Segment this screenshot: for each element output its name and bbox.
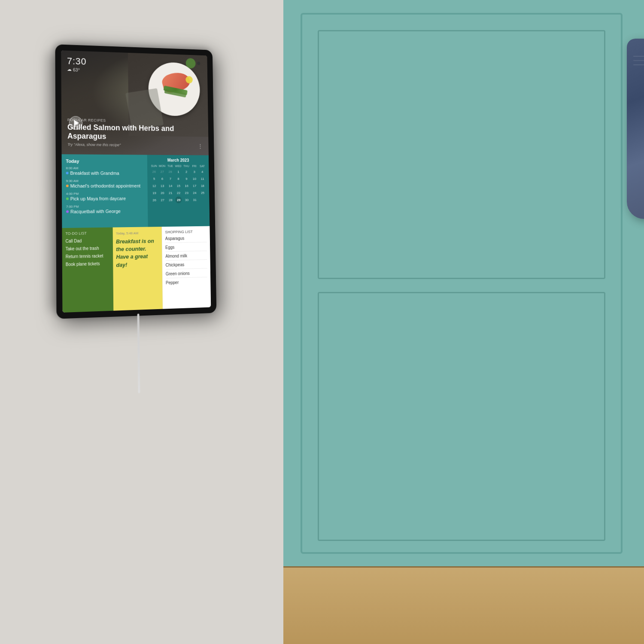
event-item-4[interactable]: 7:00 PM Racquetball with George <box>66 204 144 214</box>
cal-day[interactable]: 25 <box>200 189 206 196</box>
cal-wed: WED <box>174 164 182 168</box>
cal-day[interactable]: 28 <box>167 168 173 175</box>
cal-thu: THU <box>182 164 190 168</box>
cal-day[interactable]: 9 <box>183 175 190 182</box>
cal-day[interactable]: 5 <box>151 175 157 182</box>
cal-day[interactable]: 14 <box>167 182 174 189</box>
cal-tue: TUE <box>166 164 174 168</box>
cal-day[interactable]: 7 <box>167 175 173 182</box>
calendar-grid: SUN MON TUE WED THU FRI SAT 26 27 28 1 2… <box>150 164 207 204</box>
sticky-note-panel[interactable]: Today, 5:48 AM Breakfast is on the count… <box>112 227 162 311</box>
time-weather-area: 7:30 ☁ 63° <box>67 56 87 73</box>
event-name-3: Pick up Maya from daycare <box>66 196 144 201</box>
shopping-item-2[interactable]: Eggs <box>165 244 207 252</box>
event-dot-1 <box>66 172 69 174</box>
event-name-4: Racquetball with George <box>66 208 144 214</box>
hero-text-area: Popular Recipes Grilled Salmon with Herb… <box>67 118 203 148</box>
time-display: 7:30 <box>67 56 87 67</box>
cal-day[interactable]: 26 <box>151 168 157 175</box>
event-item-2[interactable]: 9:30 AM Michael's orthodontist appointme… <box>66 179 143 188</box>
cal-day[interactable]: 27 <box>159 168 165 175</box>
cal-day[interactable]: 31 <box>191 197 198 204</box>
todo-item-1[interactable]: Call Dad <box>65 237 109 244</box>
device-frame: 7:30 ☁ 63° Popular Recipes Grilled Salmo… <box>55 44 216 319</box>
sticky-header: Today, 5:48 AM <box>116 231 158 235</box>
shopping-item-6[interactable]: Pepper <box>166 279 207 287</box>
cal-day[interactable]: 12 <box>151 182 158 189</box>
cal-day[interactable]: 27 <box>159 197 166 204</box>
weather-display: ☁ 63° <box>67 67 87 73</box>
event-time-4: 7:00 PM <box>66 204 144 209</box>
cal-mon: MON <box>158 164 166 168</box>
cal-day[interactable]: 20 <box>159 189 166 196</box>
event-text-2: Michael's orthodontist appointment <box>70 183 141 188</box>
temperature: 63° <box>73 67 80 72</box>
calendar-column: March 2023 SUN MON TUE WED THU FRI SAT 2… <box>147 155 210 228</box>
events-column: Today 8:00 AM Breakfast with Grandma 9:3… <box>62 154 148 229</box>
cal-day[interactable]: 18 <box>199 182 206 189</box>
shopping-item-4[interactable]: Chickpeas <box>166 262 207 270</box>
event-text-4: Racquetball with George <box>70 209 121 214</box>
event-time-1: 8:00 AM <box>66 166 143 170</box>
cal-day[interactable]: 4 <box>199 168 206 175</box>
cal-day[interactable]: 13 <box>159 182 166 189</box>
floor-edge <box>283 566 644 568</box>
shopping-item-3[interactable]: Almond milk <box>165 253 207 261</box>
todo-item-4[interactable]: Book plane tickets <box>66 261 109 267</box>
cal-day[interactable]: 17 <box>191 182 198 189</box>
event-name-2: Michael's orthodontist appointment <box>66 183 143 188</box>
events-calendar-section: Today 8:00 AM Breakfast with Grandma 9:3… <box>62 154 210 229</box>
todo-panel[interactable]: To-Do List Call Dad Take out the trash R… <box>62 228 113 313</box>
shopping-item-5[interactable]: Green onions <box>166 270 207 278</box>
weather-icon: ☁ <box>67 67 72 72</box>
cal-day[interactable]: 19 <box>151 189 158 196</box>
shopping-panel[interactable]: Shopping List Asparagus Eggs Almond milk… <box>161 226 211 309</box>
cal-sun: SUN <box>150 164 158 168</box>
cal-day[interactable]: 2 <box>183 168 190 175</box>
event-name-1: Breakfast with Grandma <box>66 170 143 176</box>
floor <box>283 567 644 644</box>
cal-day[interactable]: 28 <box>167 197 174 204</box>
cal-day[interactable]: 26 <box>151 197 158 204</box>
cal-day[interactable]: 21 <box>167 189 174 196</box>
cal-day[interactable]: 23 <box>183 189 190 196</box>
todo-item-3[interactable]: Return tennis racket <box>66 253 109 259</box>
shopping-item-1[interactable]: Asparagus <box>165 236 207 243</box>
amazon-show-device[interactable]: 7:30 ☁ 63° Popular Recipes Grilled Salmo… <box>55 44 216 319</box>
event-dot-3 <box>66 197 69 200</box>
cal-day[interactable]: 3 <box>191 168 197 175</box>
event-dot-2 <box>66 185 69 187</box>
event-item-3[interactable]: 4:00 PM Pick up Maya from daycare <box>66 191 144 201</box>
cal-day[interactable]: 22 <box>176 189 182 196</box>
cal-day[interactable]: 6 <box>159 175 165 182</box>
more-options-button[interactable]: ⋮ <box>197 143 203 149</box>
cal-day[interactable]: 1 <box>175 168 182 175</box>
cal-fri: FRI <box>191 164 198 168</box>
todo-title: To-Do List <box>65 231 109 236</box>
cal-day[interactable]: 30 <box>184 197 190 204</box>
todo-item-2[interactable]: Take out the trash <box>66 245 109 252</box>
event-text-3: Pick up Maya from daycare <box>70 196 126 201</box>
today-label: Today <box>66 158 143 164</box>
cal-day[interactable]: 15 <box>175 182 182 189</box>
cal-sat: SAT <box>198 164 206 168</box>
event-item-1[interactable]: 8:00 AM Breakfast with Grandma <box>66 166 143 176</box>
event-text-1: Breakfast with Grandma <box>70 170 119 176</box>
camera-dot <box>197 62 200 65</box>
event-time-2: 9:30 AM <box>66 179 143 183</box>
cal-day[interactable]: 11 <box>199 175 206 182</box>
cal-day[interactable]: 24 <box>191 189 198 196</box>
recipe-title[interactable]: Grilled Salmon with Herbs and Asparagus <box>67 123 203 143</box>
cal-day[interactable]: 8 <box>175 175 182 182</box>
cal-today[interactable]: 29 <box>176 197 182 204</box>
cal-day[interactable]: 10 <box>191 175 198 182</box>
wall-panels <box>283 0 644 644</box>
bottom-panels: To-Do List Call Dad Take out the trash R… <box>62 226 211 313</box>
event-dot-4 <box>66 210 69 213</box>
sticky-message: Breakfast is on the counter. Have a grea… <box>116 237 159 269</box>
event-time-3: 4:00 PM <box>66 191 143 196</box>
calendar-month-year: March 2023 <box>150 158 206 163</box>
hero-section[interactable]: 7:30 ☁ 63° Popular Recipes Grilled Salmo… <box>61 50 209 155</box>
cal-day[interactable]: 16 <box>183 182 190 189</box>
device-screen[interactable]: 7:30 ☁ 63° Popular Recipes Grilled Salmo… <box>61 50 211 313</box>
